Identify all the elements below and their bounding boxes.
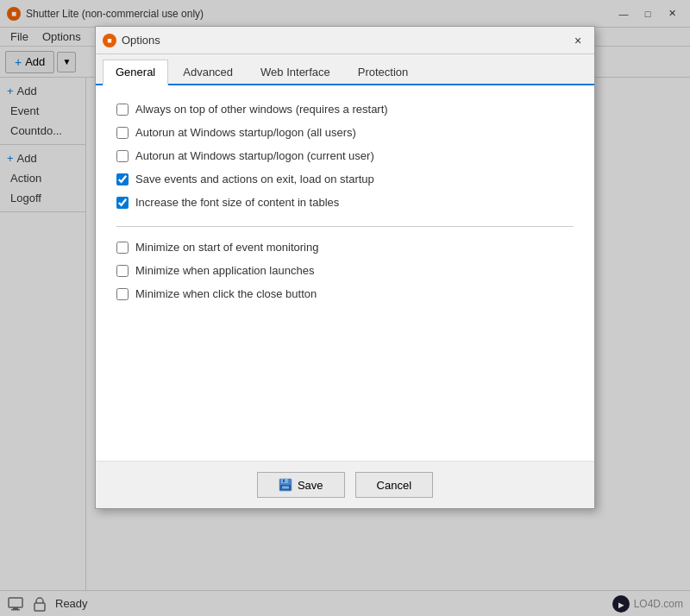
checkbox-minimize-monitoring[interactable]: Minimize on start of event monitoring xyxy=(116,241,574,254)
svg-rect-8 xyxy=(283,480,285,483)
dialog-title-bar: ■ Options × xyxy=(96,27,594,54)
checkbox-autorun-current-label: Autorun at Windows startup/logon (curren… xyxy=(135,149,374,162)
checkbox-always-top-label: Always on top of other windows (requires… xyxy=(135,103,388,116)
dialog-close-button[interactable]: × xyxy=(568,31,587,50)
checkbox-autorun-current-input[interactable] xyxy=(116,150,129,162)
checkbox-increase-font-label: Increase the font size of content in tab… xyxy=(135,196,339,209)
checkbox-minimize-launch-label: Minimize when application launches xyxy=(135,264,314,277)
checkbox-increase-font-input[interactable] xyxy=(116,197,129,209)
dialog-app-icon: ■ xyxy=(103,34,116,47)
checkbox-save-events[interactable]: Save events and actions on exit, load on… xyxy=(116,173,574,185)
svg-rect-10 xyxy=(282,487,289,489)
checkbox-group-1: Always on top of other windows (requires… xyxy=(116,103,574,209)
checkbox-always-top-input[interactable] xyxy=(116,104,129,116)
dialog-footer: Save Cancel xyxy=(96,461,594,508)
checkbox-autorun-all[interactable]: Autorun at Windows startup/logon (all us… xyxy=(116,126,574,139)
tab-advanced[interactable]: Advanced xyxy=(170,60,246,84)
checkbox-minimize-launch-input[interactable] xyxy=(116,265,129,277)
checkbox-autorun-all-input[interactable] xyxy=(116,127,129,139)
tab-web-interface[interactable]: Web Interface xyxy=(248,60,343,84)
checkbox-autorun-current[interactable]: Autorun at Windows startup/logon (curren… xyxy=(116,149,574,162)
cancel-button[interactable]: Cancel xyxy=(355,472,433,498)
dialog-content: Always on top of other windows (requires… xyxy=(96,85,594,461)
checkbox-save-events-label: Save events and actions on exit, load on… xyxy=(135,173,374,185)
checkbox-minimize-launch[interactable]: Minimize when application launches xyxy=(116,264,574,277)
modal-overlay: ■ Options × General Advanced Web Interfa… xyxy=(0,0,690,616)
checkbox-minimize-monitoring-label: Minimize on start of event monitoring xyxy=(135,241,318,254)
save-icon xyxy=(279,478,292,492)
tab-protection[interactable]: Protection xyxy=(345,60,422,84)
checkbox-minimize-close[interactable]: Minimize when click the close button xyxy=(116,287,574,300)
dialog-title: Options xyxy=(122,34,568,47)
tab-bar: General Advanced Web Interface Protectio… xyxy=(96,54,594,85)
save-button-label: Save xyxy=(298,479,323,492)
checkbox-autorun-all-label: Autorun at Windows startup/logon (all us… xyxy=(135,126,356,139)
options-dialog: ■ Options × General Advanced Web Interfa… xyxy=(95,26,595,509)
save-button[interactable]: Save xyxy=(257,472,345,498)
checkbox-save-events-input[interactable] xyxy=(116,173,129,185)
divider xyxy=(116,226,574,227)
checkbox-increase-font[interactable]: Increase the font size of content in tab… xyxy=(116,196,574,209)
checkbox-minimize-close-input[interactable] xyxy=(116,288,129,300)
checkbox-always-top[interactable]: Always on top of other windows (requires… xyxy=(116,103,574,116)
checkbox-minimize-monitoring-input[interactable] xyxy=(116,242,129,254)
tab-general[interactable]: General xyxy=(103,60,168,85)
cancel-button-label: Cancel xyxy=(377,479,411,492)
checkbox-minimize-close-label: Minimize when click the close button xyxy=(135,287,317,300)
checkbox-group-2: Minimize on start of event monitoring Mi… xyxy=(116,241,574,300)
